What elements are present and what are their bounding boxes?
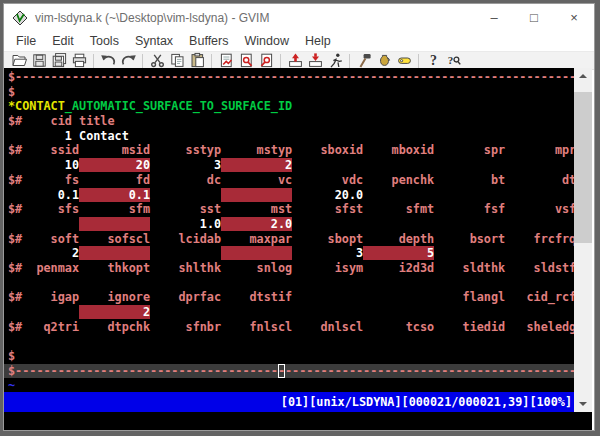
save-button[interactable] [29, 52, 49, 70]
vim-app-icon [12, 10, 28, 26]
editor-line: $---------------------------------------… [8, 70, 574, 85]
redo-icon [120, 52, 137, 69]
menu-item-window[interactable]: Window [236, 34, 296, 48]
editor-line: 2 [8, 305, 574, 320]
paste-button[interactable] [187, 52, 207, 70]
desktop-background: { "window": { "title": "vim-lsdyna.k (~\… [0, 0, 600, 436]
scrollbar-thumb[interactable] [574, 92, 592, 243]
toolbar-separator [142, 54, 143, 68]
status-position-info: [01][unix/LSDYNA][000021/000021,39][100%… [281, 392, 572, 412]
maximize-button[interactable]: □ [514, 4, 554, 31]
save-all-button[interactable] [49, 52, 69, 70]
editor-line [8, 276, 574, 291]
gvim-window: vim-lsdyna.k (~\Desktop\vim-lsdyna) - GV… [3, 3, 595, 431]
minimize-button[interactable]: – [474, 4, 514, 31]
help-icon: ? [425, 52, 442, 69]
build-tags-icon [376, 52, 393, 69]
help-button[interactable]: ? [423, 52, 443, 70]
scrollbar-up-arrow-icon[interactable] [574, 68, 592, 85]
build-tags-button[interactable] [374, 52, 394, 70]
editor-line: $# penmax thkopt shlthk snlog isym i2d3d… [8, 261, 574, 276]
menu-item-tools[interactable]: Tools [82, 34, 127, 48]
editor-line: $# soft sofscl lcidab maxpar sbopt depth… [8, 232, 574, 247]
editor-line: $# cid title [8, 114, 574, 129]
find-next-icon [238, 52, 255, 69]
toolbar-separator [349, 54, 350, 68]
toolbar-separator [93, 54, 94, 68]
editor-line: $# fs fd dc vc vdc penchk bt dt [8, 173, 574, 188]
window-title: vim-lsdyna.k (~\Desktop\vim-lsdyna) - GV… [35, 11, 269, 25]
editor-cursor-line: $---------------------------------------… [8, 364, 574, 379]
find-prev-button[interactable] [256, 52, 276, 70]
paste-icon [189, 52, 206, 69]
svg-text:?: ? [430, 53, 437, 68]
tag-jump-icon [396, 52, 413, 69]
print-button[interactable] [69, 52, 89, 70]
editor-nontext-line: ~ [8, 378, 574, 392]
copy-icon [169, 52, 186, 69]
editor-line: $# ssid msid sstyp mstyp sboxid mboxid s… [8, 143, 574, 158]
print-icon [71, 52, 88, 69]
editor-line: *CONTACT_AUTOMATIC_SURFACE_TO_SURFACE_ID [8, 99, 574, 114]
make-icon [356, 52, 373, 69]
copy-button[interactable] [167, 52, 187, 70]
undo-button[interactable] [98, 52, 118, 70]
cut-button[interactable] [147, 52, 167, 70]
save-all-icon [51, 52, 68, 69]
open-icon [11, 52, 28, 69]
svg-text:?: ? [447, 54, 453, 66]
editor-line: $# igap ignore dprfac dtstif flangl cid_… [8, 290, 574, 305]
find-replace-icon [218, 52, 235, 69]
run-script-icon [327, 52, 344, 69]
editor-lines: $---------------------------------------… [8, 70, 574, 392]
editor-area[interactable]: $---------------------------------------… [4, 68, 574, 392]
redo-button[interactable] [118, 52, 138, 70]
find-help-button[interactable]: ? [443, 52, 463, 70]
menu-item-syntax[interactable]: Syntax [127, 34, 181, 48]
toolbar-separator [418, 54, 419, 68]
menu-bar: FileEditToolsSyntaxBuffersWindowHelp [4, 31, 594, 51]
editor-line: 1 Contact [8, 129, 574, 144]
editor-line: 0.1 0.1 20.0 [8, 188, 574, 203]
editor-line: 10 20 3 2 [8, 158, 574, 173]
text-cursor [278, 364, 285, 378]
editor-line: $# sfs sfm sst mst sfst sfmt fsf vsf [8, 202, 574, 217]
open-button[interactable] [9, 52, 29, 70]
window-controls: – □ × [474, 4, 594, 31]
menu-item-edit[interactable]: Edit [44, 34, 82, 48]
run-script-button[interactable] [325, 52, 345, 70]
find-help-icon: ? [445, 52, 462, 69]
find-prev-icon [258, 52, 275, 69]
undo-icon [100, 52, 117, 69]
find-next-button[interactable] [236, 52, 256, 70]
tag-jump-button[interactable] [394, 52, 414, 70]
editor-line [8, 334, 574, 349]
editor-line: 2 3 5 [8, 246, 574, 261]
status-line: ~\Desktop\vim-lsdyna\vim-lsdyna.k [01][u… [4, 392, 574, 412]
title-bar: vim-lsdyna.k (~\Desktop\vim-lsdyna) - GV… [4, 4, 594, 31]
scrollbar-down-arrow-icon[interactable] [574, 395, 592, 412]
command-line-area[interactable] [4, 412, 592, 430]
close-button[interactable]: × [554, 4, 594, 31]
editor-line: $ [8, 349, 574, 364]
save-session-button[interactable] [305, 52, 325, 70]
editor-line: $# q2tri dtpchk sfnbr fnlscl dnlscl tcso… [8, 320, 574, 335]
load-session-button[interactable] [285, 52, 305, 70]
editor-line: 1.0 2.0 [8, 217, 574, 232]
menu-item-file[interactable]: File [8, 34, 44, 48]
cut-icon [149, 52, 166, 69]
vertical-scrollbar[interactable] [574, 68, 592, 412]
toolbar-separator [280, 54, 281, 68]
save-icon [31, 52, 48, 69]
menu-item-buffers[interactable]: Buffers [181, 34, 236, 48]
editor-line: $ [8, 85, 574, 100]
save-session-icon [307, 52, 324, 69]
find-replace-button[interactable] [216, 52, 236, 70]
menu-item-help[interactable]: Help [297, 34, 339, 48]
toolbar-separator [211, 54, 212, 68]
load-session-icon [287, 52, 304, 69]
make-button[interactable] [354, 52, 374, 70]
